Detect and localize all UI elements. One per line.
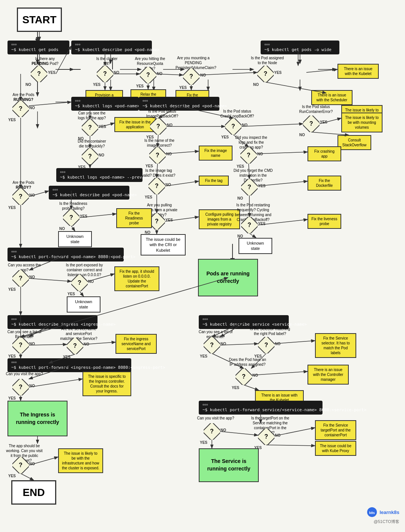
svg-text:?: ? <box>88 124 92 131</box>
consult-stackoverflow: Consult StackOverflow <box>338 135 371 150</box>
svg-text:?: ? <box>248 222 251 228</box>
svg-text:?: ? <box>73 343 77 349</box>
q9-diamond: ? <box>150 118 166 135</box>
q27-yes: YES <box>232 386 239 390</box>
q20-no: NO <box>29 275 35 279</box>
q4-no: NO <box>200 73 206 77</box>
kube-proxy-issue: The issue could be with Kube Proxy <box>315 441 356 456</box>
q6-no: NO <box>29 106 35 110</box>
controller-manager-issue: There is an issue with the Controller ma… <box>308 365 349 385</box>
q10-no: NO <box>166 152 172 156</box>
fix-app-listen: Fix the app, it should listen on 0.0.0.0… <box>114 266 159 291</box>
svg-text:?: ? <box>242 373 246 380</box>
q5-label: Is the Pod assigned to the Node <box>250 56 284 65</box>
svg-text:?: ? <box>19 275 22 281</box>
q6-diamond: ? <box>12 101 29 117</box>
q12-yes: YES <box>165 218 173 222</box>
cmd-kubectl-port-forward-pod: ~$ kubectl port-forward <pod-name> 8080:… <box>8 248 124 261</box>
q16-yes: YES <box>258 222 266 226</box>
q25-yes: YES <box>200 354 207 358</box>
unknown-state-2: Unknown state <box>58 231 92 247</box>
svg-line-117 <box>80 291 84 296</box>
q22-diamond: ? <box>12 337 29 353</box>
infrastructure-issue: The issue is likely to be with the infra… <box>58 448 103 473</box>
svg-text:?: ? <box>103 71 107 77</box>
svg-text:?: ? <box>146 72 150 78</box>
svg-text:?: ? <box>19 105 22 112</box>
end-box: END <box>11 480 56 505</box>
q27-label: Does the Pod have an IP address assigned… <box>227 357 268 367</box>
q4-diamond: ? <box>183 68 200 85</box>
q19-diamond: ? <box>63 209 80 226</box>
fix-dockerfile: Fix the Dockerfile <box>308 176 341 191</box>
learnk8s-icon: k8s <box>367 507 377 517</box>
q2-no: NO <box>114 71 119 75</box>
q28-label: Can you visit the app? <box>197 416 234 421</box>
q6-yes: YES <box>8 118 16 122</box>
svg-line-112 <box>71 226 75 231</box>
q10-diamond: ? <box>149 147 166 164</box>
q15-diamond: ? <box>241 179 258 195</box>
q22-no: NO <box>29 342 35 346</box>
fix-image-name: Fix the image name <box>199 146 232 161</box>
q3-no: NO <box>157 72 162 76</box>
q30-no: NO <box>29 462 35 466</box>
q11-diamond: ? <box>148 178 165 194</box>
q23-no: NO <box>84 342 89 346</box>
q24-no: NO <box>29 384 35 388</box>
q23-diamond: ? <box>67 338 83 354</box>
q28-diamond: ? <box>204 423 220 440</box>
q13-diamond: ? <box>225 118 242 135</box>
fix-liveness-probe: Fix the liveness probe <box>308 214 341 229</box>
fix-tag: Fix the tag <box>199 176 229 186</box>
svg-line-141 <box>266 445 315 446</box>
q18-yes: YES <box>8 206 16 210</box>
q8-diamond: ? <box>82 148 98 165</box>
q1-yes: YES <box>48 71 56 75</box>
fix-crashing-app: Fix crashing app <box>308 146 341 161</box>
q28-yes: YES <box>200 440 207 445</box>
start-box: START <box>17 8 62 32</box>
q29-diamond: ? <box>258 428 274 445</box>
cmd-kubectl-logs-previous: ~$ kubectl logs <pod-name> --previous <box>56 168 142 182</box>
q7-diamond: ? <box>82 119 98 136</box>
svg-line-98 <box>242 124 303 126</box>
q17-yes: YES <box>320 120 327 124</box>
q26-no: NO <box>275 342 280 346</box>
service-running-correctly: The Service is running correctly <box>199 448 259 482</box>
q17-diamond: ? <box>303 116 320 132</box>
svg-text:?: ? <box>69 214 73 221</box>
svg-text:?: ? <box>156 123 160 129</box>
q2-diamond: ? <box>97 66 113 82</box>
svg-text:?: ? <box>19 462 22 468</box>
fix-ingress-service: Fix the ingress serviceName and serviceP… <box>116 334 157 354</box>
q24-yes: YES <box>8 396 16 400</box>
svg-text:?: ? <box>247 152 250 158</box>
unknown-state-3: Unknown state <box>67 296 100 313</box>
svg-text:?: ? <box>248 184 251 190</box>
q27-diamond: ? <box>236 368 252 385</box>
svg-text:k8s: k8s <box>369 511 375 515</box>
q29-no: NO <box>275 433 280 437</box>
q13-no: NO <box>242 123 248 127</box>
unknown-state-1: Unknown state <box>238 238 272 254</box>
svg-line-135 <box>244 385 259 390</box>
q5-diamond: ? <box>257 66 274 82</box>
svg-text:?: ? <box>78 280 81 286</box>
q25-diamond: ? <box>204 337 220 353</box>
svg-line-114 <box>29 278 71 281</box>
svg-text:?: ? <box>19 193 22 200</box>
q21-diamond: ? <box>71 275 88 291</box>
q11-label: Is the image tag valid? Does it exist? <box>142 168 176 178</box>
ingress-running-correctly: The Ingress is running correctly <box>8 401 68 436</box>
cmd-kubectl-port-forward-service: ~$ kubectl port-forward service/<service… <box>199 401 322 415</box>
q26-diamond: ? <box>258 337 274 353</box>
q18-no: NO <box>29 193 35 197</box>
q26-label: Is the Selector matching the right Pod l… <box>249 326 291 336</box>
q5-no: NO <box>253 83 259 87</box>
kubelet-issue: There is an issue with the Kubelet <box>338 64 379 79</box>
mounting-volumes-2: The issue is likely to be with mounting … <box>341 113 382 132</box>
svg-line-99 <box>257 152 308 154</box>
q14-no: NO <box>257 152 263 156</box>
q13-label: Is the Pod status CrashLoopBackOff? <box>218 109 257 119</box>
